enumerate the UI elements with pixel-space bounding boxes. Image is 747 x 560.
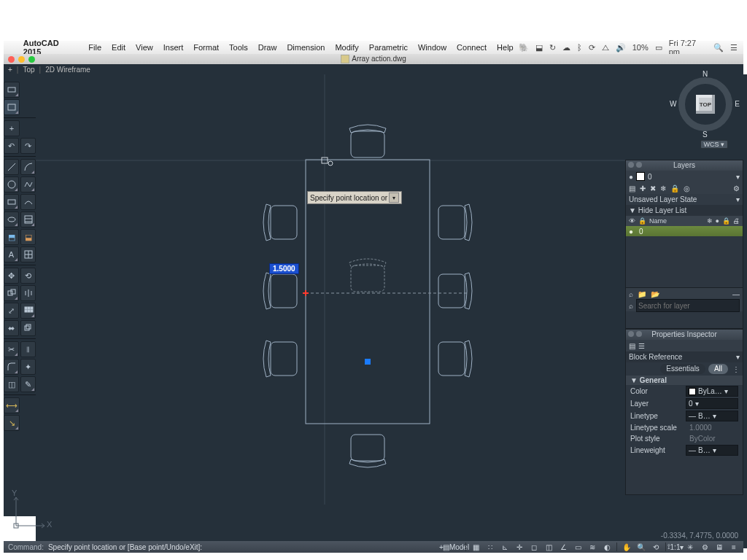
- layer-color-swatch[interactable]: [636, 172, 645, 181]
- sb-zoom-icon[interactable]: 🔍: [635, 542, 648, 552]
- tool-table[interactable]: [20, 246, 36, 262]
- tool-workspace[interactable]: [4, 82, 20, 98]
- wifi-icon[interactable]: ⧍: [602, 43, 609, 52]
- tool-join[interactable]: ⫴: [20, 341, 36, 357]
- tool-circle[interactable]: [4, 176, 19, 192]
- sb-polar-icon[interactable]: ✛: [513, 542, 526, 552]
- menu-file[interactable]: File: [83, 43, 107, 52]
- sb-workspace-icon[interactable]: ⚙: [698, 542, 711, 552]
- compass-east[interactable]: E: [735, 100, 740, 108]
- wcs-dropdown[interactable]: WCS ▾: [700, 140, 729, 149]
- dynamic-input-value[interactable]: 1.5000: [269, 263, 299, 274]
- tool-point[interactable]: +: [4, 120, 20, 136]
- chevron-down-icon[interactable]: ▾: [736, 353, 740, 361]
- model-space-button[interactable]: ▤ Model: [449, 542, 462, 552]
- layer-current[interactable]: 0: [648, 173, 733, 181]
- sb-more-icon[interactable]: ≡: [727, 542, 740, 552]
- panel-collapse-icon[interactable]: [636, 331, 642, 337]
- chevron-down-icon[interactable]: ▾: [736, 195, 740, 203]
- layer-state-dropdown[interactable]: Unsaved Layer State: [629, 195, 733, 203]
- tool-text[interactable]: A: [4, 246, 19, 262]
- tool-scale[interactable]: ⤢: [4, 303, 19, 319]
- filter-all[interactable]: All: [708, 364, 728, 374]
- sb-monitor-icon[interactable]: 🖥: [713, 542, 726, 552]
- prop-linetype-value[interactable]: — B… ▾: [686, 411, 738, 421]
- sb-3dosnap-icon[interactable]: ◫: [542, 542, 555, 552]
- sb-grid-icon[interactable]: ▦: [469, 542, 482, 552]
- hide-layer-list-toggle[interactable]: ▼ Hide Layer List: [629, 206, 686, 214]
- menu-window[interactable]: Window: [413, 43, 452, 52]
- prop-lineweight-value[interactable]: — B… ▾: [686, 445, 738, 456]
- layer-row-0[interactable]: ●0: [626, 226, 743, 236]
- command-text[interactable]: Specify point location or [Base point/Un…: [48, 543, 209, 551]
- sb-orbit-icon[interactable]: ⟲: [649, 542, 662, 552]
- props-tab-quick-icon[interactable]: ▤: [629, 342, 635, 350]
- tool-spline[interactable]: [20, 194, 36, 210]
- notification-center-icon[interactable]: ☰: [730, 43, 738, 52]
- tool-explode[interactable]: ✦: [20, 359, 36, 375]
- prop-color-value[interactable]: ByLa… ▾: [686, 386, 738, 397]
- compass-south[interactable]: S: [703, 131, 708, 139]
- layer-folder-icon[interactable]: 📁: [638, 290, 646, 298]
- menu-connect[interactable]: Connect: [452, 43, 492, 52]
- layer-delete-icon[interactable]: ✖: [650, 184, 656, 192]
- prop-ltscale-value[interactable]: 1.0000: [687, 423, 738, 432]
- dropbox-icon[interactable]: ⬓: [535, 43, 543, 52]
- viewport-style[interactable]: 2D Wireframe: [45, 66, 90, 74]
- layer-on-icon[interactable]: ●: [629, 173, 633, 181]
- tool-array[interactable]: [20, 303, 36, 319]
- layer-search-input[interactable]: [636, 299, 740, 312]
- tool-trim[interactable]: ✂: [4, 341, 19, 357]
- menu-help[interactable]: Help: [492, 43, 519, 52]
- tool-rotate[interactable]: ⟲: [20, 268, 36, 284]
- panel-close-icon[interactable]: [628, 162, 634, 168]
- sync-icon[interactable]: ↻: [549, 43, 556, 52]
- menu-modify[interactable]: Modify: [330, 43, 363, 52]
- tool-redo[interactable]: ↷: [20, 138, 36, 154]
- layer-list-header[interactable]: 👁🔒Name❄●🔒🖨: [626, 216, 743, 226]
- menu-view[interactable]: View: [131, 43, 158, 52]
- tool-line[interactable]: [4, 159, 19, 175]
- tool-mirror[interactable]: [20, 285, 36, 301]
- volume-icon[interactable]: 🔊: [616, 43, 626, 52]
- layer-dropdown-icon[interactable]: ▾: [736, 173, 740, 181]
- tool-pedit[interactable]: ✎: [20, 376, 36, 392]
- filter-more-icon[interactable]: ⋮: [732, 365, 740, 373]
- sb-snap-icon[interactable]: ∷: [484, 542, 497, 552]
- menu-parametric[interactable]: Parametric: [364, 43, 413, 52]
- tool-stretch[interactable]: ⬌: [4, 320, 19, 336]
- annotation-scale[interactable]: ⟟ 1:1 ▾: [669, 542, 682, 552]
- menu-edit[interactable]: Edit: [107, 43, 131, 52]
- prop-layer-value[interactable]: 0 ▾: [686, 398, 738, 409]
- tool-copy[interactable]: [4, 285, 19, 301]
- tool-leader[interactable]: ↘: [4, 415, 20, 431]
- viewcube[interactable]: TOP N E S W: [673, 71, 738, 137]
- panel-collapse-icon[interactable]: [636, 162, 642, 168]
- layer-lock-icon[interactable]: 🔒: [670, 184, 679, 192]
- section-general[interactable]: ▼ General: [626, 376, 743, 385]
- props-tab-full-icon[interactable]: ☰: [638, 342, 645, 350]
- tool-rectangle[interactable]: [4, 99, 20, 115]
- layer-filter-icon[interactable]: ⌕: [629, 290, 633, 298]
- sb-dyn-input-icon[interactable]: ▭: [571, 542, 584, 552]
- viewport-add[interactable]: +: [8, 66, 12, 74]
- tool-make-block[interactable]: ⬓: [20, 229, 36, 245]
- menu-dimension[interactable]: Dimension: [282, 43, 330, 52]
- tool-undo[interactable]: ↶: [4, 138, 19, 154]
- time-machine-icon[interactable]: ⟳: [589, 43, 595, 52]
- tool-dimension[interactable]: ⟷: [4, 397, 20, 413]
- menu-tools[interactable]: Tools: [224, 43, 253, 52]
- tool-offset[interactable]: [20, 320, 36, 336]
- tool-polyline[interactable]: [20, 176, 36, 192]
- sb-transparency-icon[interactable]: ◐: [600, 542, 614, 552]
- tool-arc[interactable]: [20, 159, 36, 175]
- layer-new-icon[interactable]: ✚: [640, 184, 646, 192]
- menu-format[interactable]: Format: [188, 43, 224, 52]
- sb-ortho-icon[interactable]: ⊾: [498, 542, 511, 552]
- spotlight-icon[interactable]: 🔍: [713, 43, 724, 52]
- tool-ellipse[interactable]: [4, 211, 19, 228]
- sb-pan-icon[interactable]: ✋: [620, 542, 633, 552]
- tool-move[interactable]: ✥: [4, 268, 19, 284]
- layer-freeze-icon[interactable]: ❄: [660, 184, 666, 192]
- panel-close-icon[interactable]: [628, 331, 634, 337]
